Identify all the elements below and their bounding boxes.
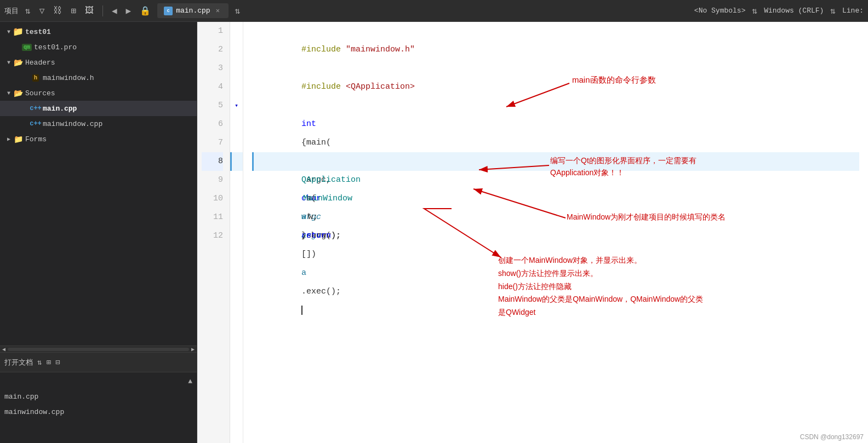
scroll-left-icon[interactable]: ◀ — [2, 346, 5, 353]
open-doc-mainwindow-cpp[interactable]: mainwindow.cpp — [0, 404, 197, 419]
a-exec: a — [301, 268, 306, 278]
code-line-4 — [252, 78, 859, 96]
watermark: CSDN @dong132697 — [800, 433, 864, 441]
nav-fwd-icon[interactable]: ▶ — [124, 4, 134, 18]
toolbar-separator — [102, 5, 103, 16]
sidebar-item-label-test01: test01 — [25, 28, 51, 36]
sidebar-item-main-cpp[interactable]: c++ main.cpp — [0, 101, 197, 116]
code-line-2 — [252, 41, 859, 59]
line-num-11: 11 — [202, 208, 223, 227]
link-icon[interactable]: ⛓ — [51, 4, 64, 17]
expand-forms-icon — [4, 136, 13, 142]
no-symbols-label: <No Symbols> — [694, 7, 746, 15]
sidebar-item-label-main-cpp: main.cpp — [43, 105, 77, 113]
cursor-10 — [301, 306, 302, 315]
code-line-8: MainWindow w; — [252, 152, 859, 171]
line-num-8: 8 — [202, 152, 223, 171]
h-file-icon: h — [31, 73, 41, 83]
editor-area: 1 2 3 4 5 6 7 8 9 10 11 12 ▾ — [197, 22, 868, 443]
open-docs-label: 打开文档 — [4, 358, 33, 367]
line-num-7: 7 — [202, 134, 223, 152]
expand-func-icon[interactable]: ▾ — [235, 96, 238, 115]
sidebar-item-label-mainwindow-cpp: mainwindow.cpp — [43, 120, 102, 128]
lock-icon: 🔒 — [138, 4, 153, 18]
expand-headers-icon — [4, 60, 13, 66]
code-line-11: } — [252, 208, 859, 227]
open-docs-panel: ▲ main.cpp mainwindow.cpp — [0, 372, 197, 443]
line-num-2: 2 — [202, 41, 223, 59]
open-docs-minus-icon[interactable]: ⊟ — [55, 358, 60, 367]
open-doc-scroll-up[interactable]: ▲ — [0, 373, 197, 389]
code-line-3: #include <QApplication> — [252, 59, 859, 78]
headers-folder-icon: 📂 — [13, 57, 23, 67]
open-doc-mainwindow-cpp-label: mainwindow.cpp — [4, 408, 64, 416]
sidebar-item-forms[interactable]: 📁 Forms — [0, 131, 197, 147]
sources-folder-icon: 📂 — [13, 88, 23, 98]
sidebar-tree: 📁 test01 qm test01.pro 📂 Headers — [0, 22, 197, 346]
sidebar-item-mainwindow-cpp[interactable]: c++ mainwindow.cpp — [0, 116, 197, 131]
sidebar-scrollbar: ◀ ▶ — [0, 346, 197, 352]
line-num-1: 1 — [202, 22, 223, 41]
scroll-right-icon[interactable]: ▶ — [191, 346, 195, 353]
main-content: 📁 test01 qm test01.pro 📂 Headers — [0, 22, 868, 443]
code-line-1: #include "mainwindow.h" — [252, 22, 859, 41]
nav-back-icon[interactable]: ◀ — [110, 4, 119, 18]
line-num-12: 12 — [202, 227, 223, 245]
sidebar-item-label-forms: Forms — [25, 135, 47, 143]
scroll-track[interactable] — [8, 348, 189, 351]
sidebar-item-test01[interactable]: 📁 test01 — [0, 24, 197, 39]
open-docs-list: ▲ main.cpp mainwindow.cpp — [0, 372, 197, 421]
open-doc-main-cpp-label: main.cpp — [4, 393, 38, 401]
pro-file-icon: qm — [22, 42, 32, 52]
file-tab-main-cpp[interactable]: C main.cpp ✕ — [157, 3, 229, 18]
open-docs-sort-icon[interactable]: ⇅ — [37, 358, 42, 367]
sidebar-item-label-pro: test01.pro — [34, 43, 77, 51]
toolbar: 项目 ⇅ ▽ ⛓ ⊞ 🖼 ◀ ▶ 🔒 C main.cpp ✕ ⇅ <No Sy… — [0, 0, 868, 22]
line-num-5: 5 — [202, 96, 223, 115]
cpp-file-icon-sidebar: c++ — [31, 103, 41, 113]
annotation-mainwindow-object: 创建一个MainWindow对象，并显示出来。 show()方法让控件显示出来。… — [498, 254, 703, 319]
expand-test01-icon — [4, 29, 13, 35]
close-tab-icon[interactable]: ✕ — [214, 5, 222, 16]
sidebar-item-label-mainwindow-h: mainwindow.h — [43, 74, 94, 82]
expand-sources-icon — [4, 90, 13, 96]
cpp-file-icon: C — [164, 7, 173, 15]
project-icon: 📁 — [13, 27, 23, 37]
line-num-6: 6 — [202, 115, 223, 134]
expand-arrows-col: ▾ — [230, 22, 243, 443]
code-line-9: w .show(); — [252, 171, 859, 189]
sidebar-item-test01-pro[interactable]: qm test01.pro — [0, 39, 197, 55]
line-label: Line: — [842, 7, 864, 15]
file-select-arrow[interactable]: ⇅ — [233, 4, 243, 18]
sidebar-item-label-sources: Sources — [25, 89, 55, 97]
code-lines[interactable]: #include "mainwindow.h" #include <QAppli… — [243, 22, 868, 443]
line-numbers: 1 2 3 4 5 6 7 8 9 10 11 12 — [197, 22, 230, 443]
code-line-12 — [252, 227, 859, 245]
code-line-5: int main( int argc, char * argv []) — [252, 96, 859, 115]
open-docs-add-icon[interactable]: ⊞ — [46, 358, 50, 367]
sidebar-item-sources[interactable]: 📂 Sources — [0, 85, 197, 101]
sidebar-item-label-headers: Headers — [25, 59, 55, 67]
code-line-7: QApplication a( argc , argv); — [252, 134, 859, 152]
line-num-3: 3 — [202, 59, 223, 78]
space-10 — [301, 250, 306, 259]
line-ending-arrow[interactable]: ⇅ — [828, 4, 838, 18]
line-ending-label: Windows (CRLF) — [764, 7, 824, 15]
sidebar-item-headers[interactable]: 📂 Headers — [0, 55, 197, 70]
toolbar-project-label: 项目 — [4, 6, 19, 16]
add-panel-icon[interactable]: ⊞ — [68, 4, 78, 18]
sidebar-item-mainwindow-h[interactable]: h mainwindow.h — [0, 70, 197, 85]
line-num-4: 4 — [202, 78, 223, 96]
code-line-10: return a .exec(); — [252, 189, 859, 208]
line-num-10: 10 — [202, 189, 223, 208]
code-container: 1 2 3 4 5 6 7 8 9 10 11 12 ▾ — [197, 22, 868, 443]
image-icon[interactable]: 🖼 — [83, 4, 96, 17]
line-num-9: 9 — [202, 171, 223, 189]
dot-exec: .exec(); — [301, 287, 341, 296]
filter-icon[interactable]: ▽ — [37, 4, 47, 18]
sidebar-bottom-bar: 打开文档 ⇅ ⊞ ⊟ — [0, 352, 197, 372]
sort-icon[interactable]: ⇅ — [23, 4, 33, 18]
sidebar: 📁 test01 qm test01.pro 📂 Headers — [0, 22, 197, 443]
open-doc-main-cpp[interactable]: main.cpp — [0, 389, 197, 404]
symbols-arrow[interactable]: ⇅ — [750, 4, 760, 18]
